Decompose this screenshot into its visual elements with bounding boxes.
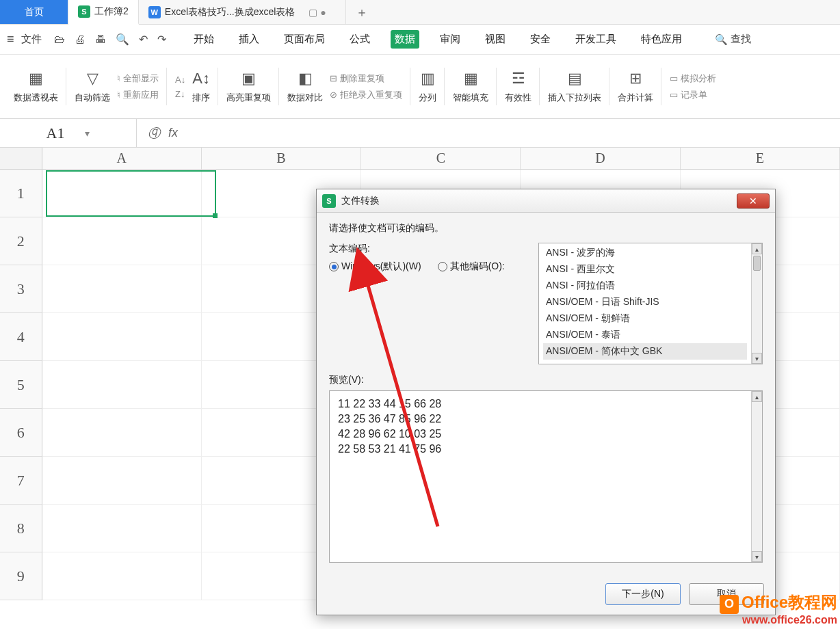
row-header[interactable]: 1 [0, 170, 42, 217]
menu-layout[interactable]: 页面布局 [280, 30, 329, 49]
ribbon-form[interactable]: ▭记录单 [670, 89, 716, 101]
delete-dup-icon: ⊟ [330, 73, 337, 83]
print-icon[interactable]: 🖶 [95, 34, 106, 46]
redo-icon[interactable]: ↷ [157, 33, 166, 46]
cell[interactable] [42, 313, 202, 361]
cell[interactable] [42, 361, 202, 409]
menu-data[interactable]: 数据 [391, 30, 419, 49]
sort-desc-icon[interactable]: Z↓ [175, 89, 185, 99]
encoding-option[interactable]: ANSI/OEM - 泰语 [543, 327, 747, 343]
encoding-listbox[interactable]: ANSI - 波罗的海ANSI - 西里尔文ANSI - 阿拉伯语ANSI/OE… [538, 243, 763, 364]
open-icon[interactable]: 🗁 [54, 34, 65, 46]
chevron-down-icon[interactable]: ▾ [85, 128, 90, 139]
ribbon-compare-group: ◧ 数据对比 ⊟删除重复项 ⊘拒绝录入重复项 [279, 55, 410, 118]
encoding-option[interactable]: ANSI - 西里尔文 [543, 261, 747, 278]
tab-bar: 首页 S 工作簿2 W Excel表格技巧...换成excel表格 ▢ ● ＋ [0, 0, 840, 25]
cell[interactable] [42, 170, 202, 217]
preview-label: 预览(V): [329, 374, 763, 386]
col-A[interactable]: A [42, 148, 202, 169]
hamburger-icon[interactable]: ≡ [7, 32, 14, 46]
col-D[interactable]: D [521, 148, 680, 169]
menu-formula[interactable]: 公式 [345, 30, 374, 49]
encoding-option[interactable]: ANSI - 波罗的海 [543, 245, 747, 261]
ribbon-showall[interactable]: ♮全部显示 [117, 72, 159, 85]
ribbon-validation[interactable]: ☲ 有效性 [497, 55, 540, 118]
row-header[interactable]: 9 [0, 552, 42, 600]
row-header[interactable]: 3 [0, 265, 42, 313]
cell[interactable] [42, 265, 202, 313]
ribbon-reject-dup[interactable]: ⊘拒绝录入重复项 [330, 89, 402, 101]
encoding-option[interactable]: ANSI - 阿拉伯语 [543, 278, 747, 294]
row-header[interactable]: 6 [0, 409, 42, 457]
encoding-option[interactable]: ANSI/OEM - 日语 Shift-JIS [543, 294, 747, 310]
cell[interactable] [42, 217, 202, 265]
col-B[interactable]: B [202, 148, 361, 169]
ribbon-delete-dup[interactable]: ⊟删除重复项 [330, 72, 402, 85]
preview-icon[interactable]: 🔍 [116, 33, 129, 46]
row-header[interactable]: 5 [0, 361, 42, 409]
radio-other[interactable]: 其他编码(O): [438, 260, 505, 273]
row-header[interactable]: 7 [0, 457, 42, 505]
cell[interactable] [42, 457, 202, 505]
ribbon-reapply[interactable]: ♮重新应用 [117, 89, 159, 101]
fx-area[interactable]: ⓠ fx [137, 125, 189, 142]
scroll-down-icon[interactable]: ▾ [752, 353, 762, 364]
tab-workbook[interactable]: S 工作簿2 [68, 0, 139, 25]
ribbon-right-group: ▭模拟分析 ▭记录单 [661, 55, 724, 118]
select-all-corner[interactable] [0, 148, 42, 169]
menu-security[interactable]: 安全 [526, 30, 555, 49]
menu-special[interactable]: 特色应用 [637, 30, 686, 49]
cell-reference-box[interactable]: A1 ▾ [0, 119, 137, 147]
menu-review[interactable]: 审阅 [436, 30, 464, 49]
undo-icon[interactable]: ↶ [139, 33, 148, 46]
encoding-option[interactable]: ANSI/OEM - 简体中文 GBK [543, 343, 747, 360]
col-C[interactable]: C [361, 148, 521, 169]
menu-insert[interactable]: 插入 [235, 30, 263, 49]
ribbon-dropdown[interactable]: ▤ 插入下拉列表 [540, 55, 609, 118]
encoding-option[interactable]: ANSI/OEM - 朝鲜语 [543, 310, 747, 327]
menu-dev[interactable]: 开发工具 [571, 30, 620, 49]
ribbon-split[interactable]: ▥ 分列 [410, 55, 445, 118]
file-menu[interactable]: 文件 [21, 33, 42, 46]
dropdown-icon: ▤ [568, 70, 582, 88]
dialog-hint: 请选择使文档可读的编码。 [329, 222, 763, 235]
menu-start[interactable]: 开始 [189, 30, 218, 49]
cell[interactable] [42, 505, 202, 552]
dialog-titlebar[interactable]: S 文件转换 ✕ [317, 189, 775, 213]
scroll-thumb[interactable] [753, 256, 761, 271]
ribbon-sim[interactable]: ▭模拟分析 [670, 72, 716, 85]
ribbon-smartfill[interactable]: ▦ 智能填充 [445, 55, 497, 118]
ribbon-consolidate[interactable]: ⊞ 合并计算 [609, 55, 661, 118]
col-E[interactable]: E [681, 148, 840, 169]
ribbon-autofilter[interactable]: ▽ 自动筛选 [75, 70, 110, 104]
cell[interactable] [42, 409, 202, 457]
cell[interactable] [42, 552, 202, 600]
ribbon-pivot[interactable]: ▦ 数据透视表 [5, 55, 66, 118]
save-icon[interactable]: 🖨 [75, 34, 86, 46]
row-header[interactable]: 4 [0, 313, 42, 361]
listbox-scrollbar[interactable]: ▴ ▾ [751, 243, 762, 364]
fx-label: fx [168, 126, 178, 140]
ribbon-highlight-dup[interactable]: ▣ 高亮重复项 [218, 55, 279, 118]
menu-view[interactable]: 视图 [481, 30, 510, 49]
fx-help-icon[interactable]: ⓠ [148, 125, 160, 142]
validation-icon: ☲ [512, 70, 525, 88]
preview-scrollbar[interactable]: ▴ ▾ [751, 391, 762, 562]
row-header[interactable]: 8 [0, 505, 42, 552]
row-header[interactable]: 2 [0, 217, 42, 265]
scroll-up-icon[interactable]: ▴ [752, 243, 762, 254]
scroll-down-icon[interactable]: ▾ [752, 551, 762, 562]
scroll-up-icon[interactable]: ▴ [752, 391, 762, 402]
ribbon-sort[interactable]: A↕ 排序 [192, 70, 210, 104]
tab-home[interactable]: 首页 [0, 0, 68, 24]
tab-second[interactable]: W Excel表格技巧...换成excel表格 ▢ ● [139, 0, 346, 24]
sort-asc-icon[interactable]: A↓ [175, 75, 185, 85]
dialog-close-button[interactable]: ✕ [737, 193, 770, 209]
radio-windows[interactable]: Windows(默认)(W) [329, 260, 421, 273]
dialog-app-icon: S [322, 194, 336, 208]
menu-search[interactable]: 🔍 查找 [715, 33, 751, 46]
next-button[interactable]: 下一步(N) [605, 583, 681, 605]
tab-second-label: Excel表格技巧...换成excel表格 [165, 6, 296, 18]
new-tab-button[interactable]: ＋ [346, 0, 378, 24]
ribbon-data-compare[interactable]: ◧ 数据对比 [287, 70, 323, 104]
